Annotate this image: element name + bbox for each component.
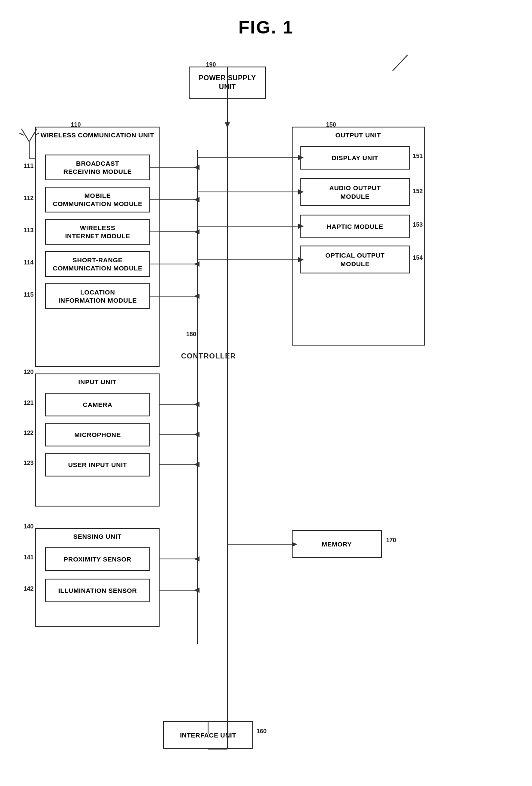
input-unit-id: 120 <box>24 368 33 375</box>
svg-marker-47 <box>225 122 230 128</box>
svg-marker-40 <box>194 294 200 299</box>
svg-marker-44 <box>194 556 200 561</box>
optical-output-id: 154 <box>413 254 423 261</box>
memory-box: MEMORY <box>292 530 382 558</box>
short-range-box: SHORT-RANGE COMMUNICATION MODULE <box>45 251 150 277</box>
svg-marker-37 <box>194 197 200 202</box>
controller-id: 180 <box>186 331 196 337</box>
proximity-box: PROXIMITY SENSOR <box>45 547 150 571</box>
microphone-id: 122 <box>24 429 33 436</box>
audio-output-box: AUDIO OUTPUT MODULE <box>300 178 410 206</box>
interface-box: INTERFACE UNIT <box>163 721 253 749</box>
wireless-internet-box: WIRELESS INTERNET MODULE <box>45 219 150 245</box>
short-range-id: 114 <box>24 259 33 266</box>
svg-marker-43 <box>194 462 200 467</box>
figure-title: FIG. 1 <box>0 0 532 38</box>
sensing-unit-id: 140 <box>24 523 33 530</box>
svg-marker-41 <box>194 402 200 407</box>
display-unit-id: 151 <box>413 152 423 159</box>
haptic-id: 153 <box>413 221 423 228</box>
user-input-box: USER INPUT UNIT <box>45 453 150 476</box>
svg-line-1 <box>21 129 29 142</box>
haptic-box: HAPTIC MODULE <box>300 215 410 238</box>
broadcast-box: BROADCAST RECEIVING MODULE <box>45 155 150 180</box>
svg-marker-45 <box>194 588 200 593</box>
proximity-id: 141 <box>24 554 33 561</box>
svg-marker-38 <box>194 229 200 234</box>
broadcast-id: 111 <box>24 162 33 169</box>
power-supply-box: POWER SUPPLY UNIT <box>189 67 266 99</box>
svg-marker-42 <box>194 432 200 437</box>
memory-id: 170 <box>386 537 396 543</box>
location-id: 115 <box>24 291 33 298</box>
display-unit-box: DISPLAY UNIT <box>300 146 410 170</box>
illumination-box: ILLUMINATION SENSOR <box>45 579 150 602</box>
optical-output-box: OPTICAL OUTPUT MODULE <box>300 246 410 273</box>
sensing-unit-box: SENSING UNIT <box>35 528 160 627</box>
interface-id: 160 <box>257 728 266 734</box>
camera-id: 121 <box>24 399 33 406</box>
location-box: LOCATION INFORMATION MODULE <box>45 283 150 309</box>
audio-output-id: 152 <box>413 188 423 194</box>
svg-marker-36 <box>194 165 200 170</box>
power-supply-label: 190 <box>206 61 216 68</box>
output-unit-id: 150 <box>326 121 336 128</box>
svg-line-8 <box>393 55 408 71</box>
microphone-box: MICROPHONE <box>45 423 150 446</box>
svg-marker-39 <box>194 261 200 267</box>
mobile-comm-id: 112 <box>24 194 33 201</box>
controller-label: CONTROLLER <box>181 352 236 361</box>
wireless-internet-id: 113 <box>24 227 33 234</box>
illumination-id: 142 <box>24 585 33 592</box>
diagram-container: FIG. 1 POWER SUPPLY UNIT 190 CONTROLLER … <box>0 0 532 786</box>
svg-line-3 <box>19 133 24 135</box>
mobile-comm-box: MOBILE COMMUNICATION MODULE <box>45 187 150 212</box>
user-input-id: 123 <box>24 459 33 466</box>
wireless-comm-id: 110 <box>71 121 81 128</box>
camera-box: CAMERA <box>45 393 150 416</box>
